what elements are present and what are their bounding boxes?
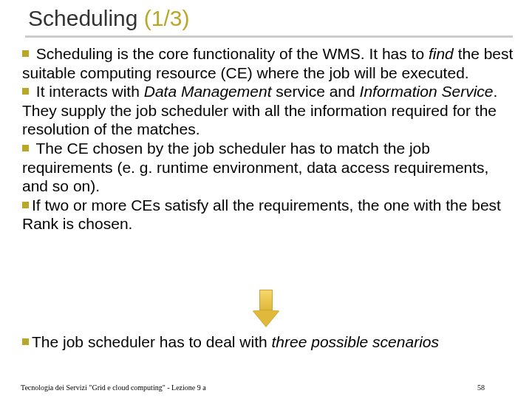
text: It interacts with — [32, 83, 144, 100]
bullet-icon — [22, 88, 29, 95]
slide: Scheduling (1/3) Scheduling is the core … — [0, 0, 532, 399]
text: The job scheduler has to deal with — [32, 333, 272, 350]
body-text: Scheduling is the core functionality of … — [22, 44, 517, 233]
bullet-1: Scheduling is the core functionality of … — [22, 44, 517, 82]
bullet-icon — [22, 50, 29, 57]
bullet-icon — [22, 338, 29, 345]
bullet-icon — [22, 202, 29, 208]
italic: three possible scenarios — [272, 333, 439, 350]
text: service and — [272, 83, 360, 100]
italic: Data Management — [144, 83, 272, 100]
title-main: Scheduling — [28, 6, 137, 30]
bullet-3: The CE chosen by the job scheduler has t… — [22, 139, 517, 196]
closing-line: The job scheduler has to deal with three… — [22, 332, 517, 352]
bullet-4: If two or more CEs satisfy all the requi… — [22, 196, 517, 233]
footer-page-number: 58 — [477, 383, 485, 392]
footer-left: Tecnologia dei Servizi "Grid e cloud com… — [21, 383, 206, 392]
italic: Information Service — [360, 83, 494, 100]
text: If two or more CEs satisfy all the requi… — [22, 197, 501, 233]
text: Scheduling is the core functionality of … — [32, 45, 429, 62]
title-counter: (1/3) — [144, 6, 190, 30]
bullet-2: It interacts with Data Management servic… — [22, 82, 517, 139]
page-title: Scheduling (1/3) — [28, 6, 189, 31]
text: The CE chosen by the job scheduler has t… — [22, 140, 488, 194]
down-arrow-container — [0, 290, 532, 330]
bullet-icon — [22, 145, 29, 151]
italic: find — [429, 45, 454, 62]
title-underline — [25, 35, 513, 38]
down-arrow-icon — [253, 290, 279, 327]
